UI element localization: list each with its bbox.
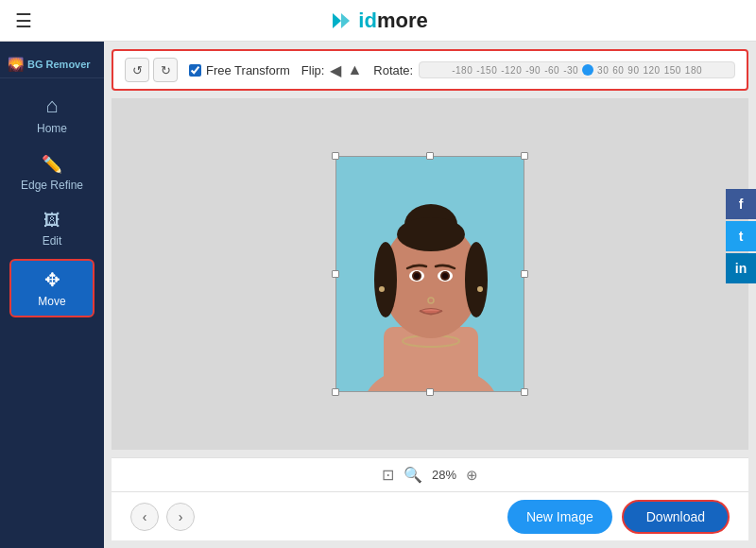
handle-top-left[interactable] bbox=[332, 152, 339, 160]
image-preview bbox=[335, 156, 524, 392]
handle-top-mid[interactable] bbox=[426, 152, 434, 160]
handle-right-mid[interactable] bbox=[521, 270, 528, 278]
facebook-share-button[interactable]: f bbox=[726, 189, 756, 219]
content-area: ↺ ↻ Free Transform Flip: ◀ ▲ Rotate: -18… bbox=[104, 42, 756, 548]
zoom-value: 28% bbox=[432, 468, 456, 482]
home-icon: ⌂ bbox=[45, 94, 58, 118]
flip-vertical-icon[interactable]: ▲ bbox=[347, 61, 362, 78]
rotate-control: Rotate: -180 -150 -120 -90 -60 -30 30 60… bbox=[373, 61, 735, 78]
app-logo: idmore bbox=[328, 9, 427, 33]
handle-bottom-mid[interactable] bbox=[426, 388, 434, 396]
sidebar-move-label: Move bbox=[38, 295, 65, 308]
bg-remover-icon: 🌄 bbox=[8, 57, 24, 72]
flip-horizontal-icon[interactable]: ◀ bbox=[330, 61, 341, 79]
svg-marker-0 bbox=[333, 13, 341, 28]
new-image-button[interactable]: New Image bbox=[507, 500, 612, 534]
logo-text: idmore bbox=[358, 9, 427, 33]
svg-marker-1 bbox=[341, 13, 350, 28]
sidebar-item-move[interactable]: ✥ Move bbox=[9, 259, 94, 317]
svg-point-19 bbox=[477, 286, 483, 292]
zoom-out-icon[interactable]: 🔍 bbox=[404, 466, 422, 484]
zoom-actual-icon[interactable]: ⊡ bbox=[382, 466, 394, 484]
footer-bar: ‹ › New Image Download bbox=[112, 491, 748, 540]
redo-button[interactable]: ↻ bbox=[153, 58, 178, 82]
image-container[interactable] bbox=[335, 156, 524, 392]
rotate-label: Rotate: bbox=[373, 63, 413, 77]
move-icon: ✥ bbox=[44, 268, 60, 291]
svg-point-18 bbox=[379, 286, 385, 292]
prev-button[interactable]: ‹ bbox=[130, 503, 159, 531]
svg-point-16 bbox=[442, 273, 448, 279]
sidebar-item-home[interactable]: ⌂ Home bbox=[9, 86, 94, 143]
menu-icon[interactable]: ☰ bbox=[15, 9, 32, 32]
handle-bottom-right[interactable] bbox=[521, 388, 528, 396]
svg-point-10 bbox=[465, 242, 488, 317]
toolbar-nav: ↺ ↻ bbox=[125, 58, 178, 82]
undo-button[interactable]: ↺ bbox=[125, 58, 149, 82]
handle-left-mid[interactable] bbox=[332, 270, 339, 278]
sidebar-edit-label: Edit bbox=[43, 234, 62, 248]
free-transform-label: Free Transform bbox=[206, 63, 290, 77]
edit-icon: 🖼 bbox=[43, 211, 60, 231]
sidebar-header: 🌄 BG Remover bbox=[0, 51, 104, 78]
linkedin-share-button[interactable]: in bbox=[726, 253, 756, 283]
handle-top-right[interactable] bbox=[521, 152, 528, 160]
twitter-share-button[interactable]: t bbox=[726, 221, 756, 251]
logo-icon bbox=[328, 10, 354, 31]
sidebar: 🌄 BG Remover ⌂ Home ✏️ Edge Refine 🖼 Edi… bbox=[0, 42, 104, 548]
social-sidebar: f t in bbox=[726, 189, 756, 283]
sidebar-edge-label: Edge Refine bbox=[21, 179, 83, 192]
main-layout: 🌄 BG Remover ⌂ Home ✏️ Edge Refine 🖼 Edi… bbox=[0, 42, 756, 548]
svg-point-8 bbox=[397, 217, 465, 251]
bg-remover-label: BG Remover bbox=[27, 59, 91, 70]
edge-refine-icon: ✏️ bbox=[42, 154, 62, 175]
free-transform-checkbox[interactable] bbox=[189, 64, 201, 77]
sidebar-item-edit[interactable]: 🖼 Edit bbox=[9, 203, 94, 255]
svg-point-13 bbox=[414, 273, 420, 279]
download-button[interactable]: Download bbox=[622, 500, 730, 534]
navbar: ☰ idmore bbox=[0, 0, 756, 42]
handle-bottom-left[interactable] bbox=[332, 388, 339, 396]
rotate-thumb[interactable] bbox=[582, 64, 593, 76]
footer-actions: New Image Download bbox=[507, 500, 730, 534]
zoom-bar: ⊡ 🔍 28% ⊕ bbox=[112, 457, 748, 491]
sidebar-home-label: Home bbox=[37, 122, 67, 135]
sidebar-item-edge-refine[interactable]: ✏️ Edge Refine bbox=[9, 146, 94, 199]
zoom-in-icon[interactable]: ⊕ bbox=[466, 467, 478, 484]
free-transform-control: Free Transform bbox=[189, 63, 290, 77]
svg-point-9 bbox=[374, 242, 397, 317]
canvas-area bbox=[112, 98, 748, 450]
next-button[interactable]: › bbox=[166, 503, 195, 531]
toolbar: ↺ ↻ Free Transform Flip: ◀ ▲ Rotate: -18… bbox=[112, 49, 748, 91]
flip-label: Flip: bbox=[301, 63, 325, 77]
rotate-scale[interactable]: -180 -150 -120 -90 -60 -30 30 60 90 120 … bbox=[419, 61, 735, 78]
footer-nav: ‹ › bbox=[130, 503, 195, 531]
flip-control: Flip: ◀ ▲ bbox=[301, 61, 362, 79]
